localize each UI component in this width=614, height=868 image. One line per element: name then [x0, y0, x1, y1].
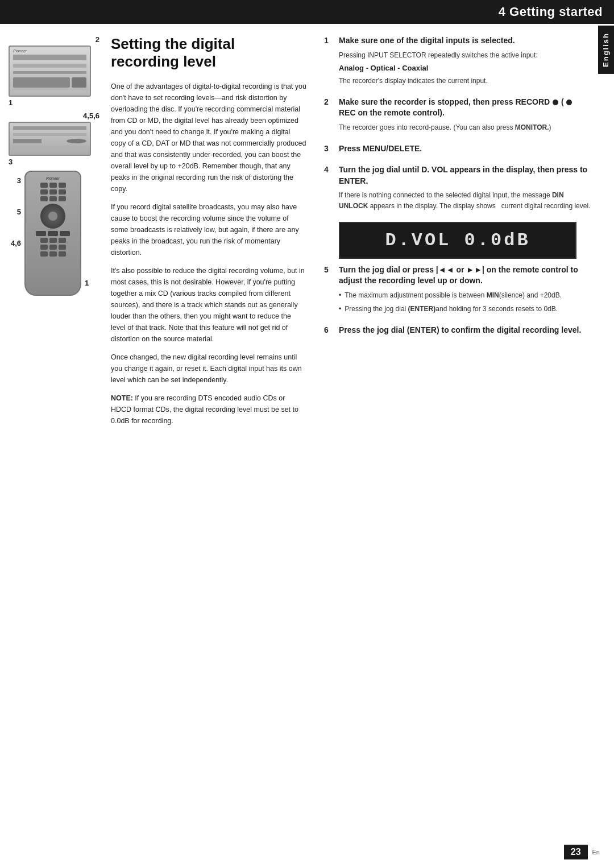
step-3: 3 Press MENU/DELETE.: [324, 143, 591, 155]
body-paragraph-3: It's also possible to reduce the digital…: [111, 265, 307, 345]
step-5: 5 Turn the jog dial or press |◄◄ or ►►| …: [324, 264, 591, 315]
step-5-bullet-1: • The maximum adjustment possible is bet…: [339, 290, 591, 301]
step-5-bullet-1-text: The maximum adjustment possible is betwe…: [345, 290, 562, 301]
device-image-2: 4,5,6 3: [9, 111, 99, 166]
step-5-header: 5 Turn the jog dial or press |◄◄ or ►►| …: [324, 264, 591, 287]
page-header: 4 Getting started: [0, 0, 614, 24]
step-1-subheading: Analog - Optical - Coaxial: [339, 64, 591, 72]
label-5-remote: 5: [17, 208, 21, 216]
step-1: 1 Make sure one of the digital inputs is…: [324, 35, 591, 86]
step-3-header: 3 Press MENU/DELETE.: [324, 143, 591, 155]
step-1-header: 1 Make sure one of the digital inputs is…: [324, 35, 591, 47]
label-2: 2: [9, 35, 99, 44]
label-46-remote: 4,6: [11, 239, 21, 247]
label-1-remote: 1: [85, 279, 89, 287]
record-symbol-1: [553, 100, 558, 105]
footer: 23 En: [564, 845, 600, 859]
left-column: 2 Pioneer 1 4,5,6 3: [0, 24, 105, 445]
device-image-1: 2 Pioneer 1: [9, 35, 99, 107]
language-tab: English: [598, 26, 614, 74]
page-number: 23: [564, 845, 588, 859]
step-3-num: 3: [324, 144, 335, 153]
record-symbol-2: [566, 100, 572, 105]
note-label: NOTE:: [111, 394, 133, 402]
step-6: 6 Press the jog dial (ENTER) to confirm …: [324, 325, 591, 336]
step-5-bullet-2: • Pressing the jog dial (ENTER)and holdi…: [339, 304, 591, 315]
step-3-title: Press MENU/DELETE.: [339, 143, 591, 155]
remote-image: 3 5 4,6 Pioneer: [9, 171, 99, 296]
step-6-title: Press the jog dial (ENTER) to confirm th…: [339, 325, 591, 336]
step-1-subbody: The recorder's display indicates the cur…: [339, 76, 591, 86]
step-6-header: 6 Press the jog dial (ENTER) to confirm …: [324, 325, 591, 336]
step-1-title: Make sure one of the digital inputs is s…: [339, 35, 591, 47]
step-5-num: 5: [324, 265, 335, 274]
step-2-header: 2 Make sure the recorder is stopped, the…: [324, 97, 591, 119]
step-4-body: If there is nothing connected to the sel…: [339, 190, 591, 211]
right-column: 1 Make sure one of the digital inputs is…: [316, 24, 614, 445]
step-4-header: 4 Turn the jog dial until D. VOL appears…: [324, 164, 591, 187]
label-3-remote: 3: [17, 176, 21, 185]
label-3-top: 3: [9, 158, 99, 166]
middle-column: Setting the digital recording level One …: [105, 24, 316, 445]
step-2-title: Make sure the recorder is stopped, then …: [339, 97, 591, 119]
note-paragraph: NOTE: If you are recording DTS encoded a…: [111, 392, 307, 427]
note-body: If you are recording DTS encoded audio C…: [111, 394, 298, 425]
body-paragraph-4: Once changed, the new digital recording …: [111, 352, 307, 386]
step-1-num: 1: [324, 36, 335, 45]
label-1: 1: [9, 98, 99, 107]
body-paragraph-2: If you record digital satellite broadcas…: [111, 201, 307, 258]
step-4-num: 4: [324, 165, 335, 174]
step-6-num: 6: [324, 325, 335, 334]
dvol-text: D.VOL 0.0dB: [385, 230, 530, 251]
footer-lang: En: [592, 849, 600, 855]
step-4-title: Turn the jog dial until D. VOL appears i…: [339, 164, 591, 187]
body-paragraph-1: One of the advantages of digital-to-digi…: [111, 81, 307, 195]
step-5-bullet-2-text: Pressing the jog dial (ENTER)and holding…: [345, 304, 558, 315]
step-2-num: 2: [324, 97, 335, 106]
step-4: 4 Turn the jog dial until D. VOL appears…: [324, 164, 591, 211]
step-1-body: Pressing INPUT SELECTOR repeatedly switc…: [339, 50, 591, 61]
dvol-display: D.VOL 0.0dB: [339, 222, 576, 259]
main-title: Setting the digital recording level: [111, 35, 307, 71]
header-title: 4 Getting started: [499, 5, 603, 19]
main-layout: 2 Pioneer 1 4,5,6 3: [0, 24, 614, 445]
step-2-body: The recorder goes into record-pause. (Yo…: [339, 122, 591, 133]
step-5-title: Turn the jog dial or press |◄◄ or ►►| on…: [339, 264, 591, 287]
label-456: 4,5,6: [9, 111, 99, 120]
step-2: 2 Make sure the recorder is stopped, the…: [324, 97, 591, 133]
